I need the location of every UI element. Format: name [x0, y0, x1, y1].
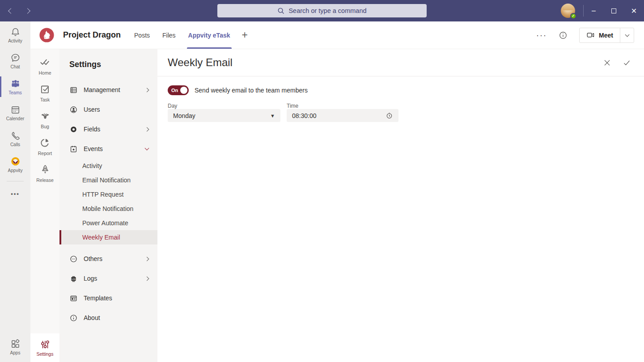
- settings-subitem-activity[interactable]: Activity: [59, 159, 157, 173]
- panel-header: Weekly Email: [157, 49, 644, 76]
- cancel-icon[interactable]: [603, 59, 611, 67]
- rail-label: Calls: [10, 142, 20, 147]
- tab-files[interactable]: Files: [162, 21, 176, 49]
- rail-label: Teams: [8, 90, 21, 95]
- management-icon: [69, 86, 78, 94]
- time-value: 08:30:00: [292, 112, 317, 119]
- settings-subitem-mobile-notification[interactable]: Mobile Notification: [59, 202, 157, 216]
- rail-label: Activity: [8, 38, 22, 43]
- settings-title: Settings: [69, 60, 157, 69]
- templates-icon: [69, 294, 78, 303]
- settings-subitem-weekly-email[interactable]: Weekly Email: [59, 230, 157, 244]
- settings-item-others[interactable]: Others: [59, 249, 157, 269]
- more-apps-icon[interactable]: •••: [0, 190, 30, 197]
- teams-icon: [10, 79, 21, 89]
- toggle-description: Send weekly email to the team members: [195, 87, 308, 94]
- save-check-icon[interactable]: [623, 59, 631, 67]
- toggle-state-label: On: [171, 88, 178, 93]
- day-field-group: Day Monday ▼: [168, 102, 280, 122]
- settings-item-label: Events: [84, 145, 140, 152]
- module-label: Home: [38, 70, 51, 76]
- rail-item-appvity[interactable]: Appvity: [0, 152, 30, 177]
- module-item-report[interactable]: Report: [38, 137, 52, 156]
- tab-posts[interactable]: Posts: [134, 21, 150, 49]
- chevron-right-icon: [145, 88, 149, 92]
- team-header: Project Dragon Posts Files Appvity eTask…: [30, 21, 644, 49]
- task-checkbox-icon: [39, 83, 51, 95]
- settings-subitem-power-automate[interactable]: Power Automate: [59, 216, 157, 230]
- meet-dropdown-button[interactable]: [620, 28, 634, 42]
- rail-item-calls[interactable]: Calls: [0, 126, 30, 151]
- module-item-home[interactable]: Home: [38, 56, 51, 76]
- others-ellipsis-icon: [69, 255, 78, 263]
- tab-appvity-etask[interactable]: Appvity eTask: [188, 21, 230, 49]
- pie-report-icon: [39, 137, 51, 148]
- rail-item-chat[interactable]: Chat: [0, 48, 30, 73]
- search-input[interactable]: Search or type a command: [217, 4, 427, 17]
- rail-divider: [7, 181, 24, 181]
- settings-item-logs[interactable]: LOG Logs: [59, 269, 157, 288]
- back-icon[interactable]: [9, 7, 13, 14]
- time-label: Time: [287, 103, 298, 109]
- settings-item-users[interactable]: Users: [59, 100, 157, 119]
- minimize-button[interactable]: –: [584, 0, 604, 21]
- time-input[interactable]: 08:30:00: [287, 109, 398, 122]
- module-label: Task: [40, 97, 50, 102]
- tab-strip: Posts Files Appvity eTask: [134, 21, 230, 49]
- settings-item-about[interactable]: About: [59, 308, 157, 328]
- more-options-icon[interactable]: ···: [536, 33, 547, 38]
- settings-item-events[interactable]: Events: [59, 139, 157, 159]
- clock-icon[interactable]: [386, 112, 393, 119]
- settings-item-label: Templates: [84, 295, 148, 302]
- settings-sidebar: Settings Management: [59, 49, 157, 362]
- apps-grid-icon: [10, 339, 21, 349]
- add-tab-button[interactable]: +: [242, 29, 248, 41]
- info-icon: [69, 314, 78, 322]
- avatar[interactable]: ✓: [561, 4, 575, 18]
- module-item-settings[interactable]: Settings: [30, 333, 59, 362]
- info-icon[interactable]: [559, 31, 567, 39]
- weekly-email-toggle[interactable]: On: [168, 85, 189, 95]
- bell-icon: [10, 27, 21, 37]
- module-item-task[interactable]: Task: [39, 83, 51, 102]
- rail-item-teams[interactable]: Teams: [0, 74, 30, 99]
- settings-subitem-http-request[interactable]: HTTP Request: [59, 187, 157, 202]
- settings-item-fields[interactable]: Fields: [59, 119, 157, 139]
- module-rail: Home Task: [30, 49, 59, 362]
- meet-button[interactable]: Meet: [580, 28, 620, 42]
- module-item-release[interactable]: Release: [36, 164, 54, 183]
- day-dropdown[interactable]: Monday ▼: [168, 109, 280, 122]
- chevron-down-icon: [145, 146, 149, 151]
- chevron-down-icon: [625, 32, 629, 37]
- close-button[interactable]: ✕: [624, 0, 644, 21]
- chevron-right-icon: [145, 257, 149, 261]
- app-rail: Activity Chat Teams: [0, 21, 30, 362]
- header-actions: ··· Meet: [536, 21, 634, 49]
- title-bar: Search or type a command ✓ – ✕: [0, 0, 644, 21]
- rail-item-apps[interactable]: Apps: [0, 334, 30, 359]
- search-icon: [277, 7, 284, 14]
- calendar-icon: [10, 105, 21, 115]
- day-value: Monday: [173, 112, 195, 119]
- module-label: Release: [36, 177, 54, 183]
- forward-icon[interactable]: [25, 7, 30, 14]
- rail-item-calendar[interactable]: Calender: [0, 100, 30, 125]
- settings-subitem-email-notification[interactable]: Email Notification: [59, 173, 157, 187]
- phone-icon: [10, 130, 21, 141]
- maximize-button[interactable]: [604, 0, 624, 21]
- meet-split-button: Meet: [579, 28, 634, 43]
- module-item-bug[interactable]: Bug: [39, 110, 51, 129]
- maximize-icon: [611, 8, 616, 13]
- weekly-email-panel: Weekly Email On: [157, 49, 644, 362]
- rocket-icon: [39, 164, 51, 175]
- team-logo-dragon: [38, 26, 55, 44]
- toggle-knob: [180, 87, 187, 94]
- events-calendar-icon: [69, 145, 78, 153]
- module-label: Report: [38, 151, 52, 156]
- rail-item-activity[interactable]: Activity: [0, 22, 30, 47]
- history-nav: [9, 7, 30, 14]
- chat-icon: [10, 53, 21, 63]
- day-label: Day: [168, 103, 177, 109]
- settings-item-management[interactable]: Management: [59, 80, 157, 100]
- settings-item-templates[interactable]: Templates: [59, 288, 157, 308]
